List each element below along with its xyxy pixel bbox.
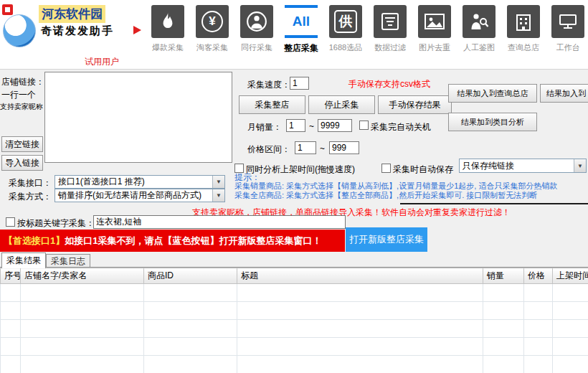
collect-store-button[interactable]: 采集整店 (239, 95, 305, 114)
table-cell (1, 320, 21, 338)
table-cell (524, 356, 553, 373)
analyze-listing-time-label: 同时分析上架时间(拖慢速度) (246, 164, 355, 176)
price-min-input[interactable] (295, 141, 316, 154)
table-cell (553, 302, 588, 320)
monthly-sales-label: 月销量： (247, 121, 282, 133)
import-links-button[interactable]: 导入链接 (1, 155, 43, 171)
toolbar-item-label: 人工鉴图 (463, 42, 495, 53)
toolbar-item-data-filter[interactable]: 数据过滤 (368, 5, 412, 55)
add-to-category-analysis-button[interactable]: 结果加到类目分析 (448, 113, 537, 131)
table-row (1, 284, 588, 302)
table-cell (553, 284, 588, 302)
results-table: 序号 店铺名字/卖家名 商品ID 标题 销量 价格 上架时间 (0, 268, 588, 373)
table-cell (553, 320, 588, 338)
toolbar-item-taoke-collect[interactable]: ¥ 淘客采集 (190, 5, 234, 55)
autosave-label: 采集时自动保存 (393, 164, 453, 176)
person-magnifier-icon (463, 5, 495, 38)
toolbar-item-label: 数据过滤 (374, 42, 406, 53)
tips-line-2: 采集全店商品: 采集方式选择【整店全部商品】,然后开始采集即可. 接口限制暂无法… (234, 190, 537, 201)
table-cell (237, 338, 483, 356)
chevron-down-icon: ▼ (574, 159, 586, 172)
sales-max-input[interactable] (318, 119, 352, 132)
table-cell (237, 356, 483, 373)
auto-shutdown-checkbox[interactable] (359, 121, 369, 130)
seller-nick-hint: 支持卖家昵称 (0, 102, 43, 112)
toolbar-item-workbench[interactable]: 工作台 (546, 5, 588, 55)
chevron-down-icon: ▼ (212, 189, 224, 202)
table-cell (144, 320, 237, 338)
table-cell (483, 302, 524, 320)
save-mode-dropdown[interactable]: 只保存纯链接 ▼ (459, 159, 587, 173)
interface-warning-banner: 【首选接口1】 如接口1采集不到，请点【蓝色按钮】打开新版整店采集窗口！ (0, 230, 345, 252)
speed-label: 采集速度： (247, 79, 290, 91)
toolbar-item-hot-collect[interactable]: 爆款采集 (146, 5, 190, 55)
table-cell (524, 320, 553, 338)
save-mode-value: 只保存纯链接 (460, 159, 574, 172)
price-max-input[interactable] (329, 141, 359, 154)
col-sales[interactable]: 销量 (483, 268, 524, 284)
toolbar-item-whole-store-collect[interactable]: All 整店采集 (279, 5, 323, 55)
table-row (1, 338, 588, 356)
title-keyword-checkbox[interactable] (6, 217, 15, 227)
tab-collect-results[interactable]: 采集结果 (1, 252, 46, 268)
toolbar-item-image-dedupe[interactable]: 图片去重 (412, 5, 457, 55)
table-cell (524, 302, 553, 320)
table-cell (144, 356, 237, 373)
add-to-next-button[interactable]: 结果加入到 (540, 84, 588, 103)
method-dropdown[interactable]: 销量排序(如无结果请用全部商品方式) ▼ (54, 189, 225, 202)
method-value: 销量排序(如无结果请用全部商品方式) (55, 189, 212, 202)
table-row (1, 356, 588, 373)
site-logo (3, 14, 36, 47)
table-cell (483, 320, 524, 338)
stop-collect-button[interactable]: 停止采集 (308, 95, 375, 114)
yen-icon: ¥ (196, 5, 229, 38)
toolbar-item-query-main-store[interactable]: 查询总店 (501, 5, 546, 55)
banner-text: 如接口1采集不到，请点【蓝色按钮】打开新版整店采集窗口！ (65, 235, 321, 247)
table-cell (21, 302, 144, 320)
toolbar-item-label: 1688选品 (329, 42, 362, 53)
speed-input[interactable] (290, 77, 309, 90)
clear-links-button[interactable]: 清空链接 (1, 136, 43, 152)
table-cell (21, 356, 144, 373)
tab-collect-log[interactable]: 采集日志 (46, 254, 90, 268)
manual-save-button[interactable]: 手动保存结果 (378, 95, 452, 114)
banner-prefix: 【首选接口1】 (4, 235, 65, 247)
all-glyph: All (293, 14, 310, 29)
table-cell (1, 302, 21, 320)
toolbar-item-label: 淘客采集 (196, 42, 228, 53)
one-per-line-hint: 一行一个 (1, 89, 36, 101)
open-new-collector-button[interactable]: 打开新版整店采集 (346, 227, 427, 252)
toolbar-item-label: 整店采集 (284, 42, 318, 55)
col-product-id[interactable]: 商品ID (144, 268, 237, 284)
table-cell (144, 338, 237, 356)
add-to-query-store-button[interactable]: 结果加入到查询总店 (448, 84, 537, 103)
col-title[interactable]: 标题 (237, 268, 483, 284)
site-watermark: 河东软件园 (39, 5, 105, 23)
title-keyword-input[interactable] (93, 215, 346, 229)
col-index[interactable]: 序号 (1, 268, 21, 284)
app-title: 奇诺发发助手 (41, 24, 114, 38)
brand-mark-icon (133, 26, 141, 34)
table-cell (1, 356, 21, 373)
table-cell (483, 338, 524, 356)
col-shop-name[interactable]: 店铺名字/卖家名 (21, 268, 144, 284)
api-dropdown[interactable]: 接口1(首选接口1 推荐) ▼ (54, 175, 225, 189)
col-listing-time[interactable]: 上架时间 (553, 268, 588, 284)
sales-min-input[interactable] (286, 119, 305, 132)
toolbar-items: 爆款采集 ¥ 淘客采集 同行采集 All 整店采集 (146, 5, 588, 55)
shop-links-textarea[interactable] (44, 72, 232, 163)
toolbar-item-1688-select[interactable]: 供 1688选品 (323, 5, 368, 55)
table-header-row: 序号 店铺名字/卖家名 商品ID 标题 销量 价格 上架时间 (1, 268, 588, 284)
col-price[interactable]: 价格 (524, 268, 553, 284)
table-cell (524, 338, 553, 356)
table-cell (524, 284, 553, 302)
autosave-checkbox[interactable] (381, 164, 391, 173)
auto-shutdown-label: 采集完自动关机 (371, 121, 431, 133)
method-label: 采集方式： (9, 191, 52, 203)
toolbar-item-manual-review[interactable]: 人工鉴图 (457, 5, 501, 55)
price-tilde: ~ (320, 143, 325, 154)
trial-user-badge: 试用用户 (85, 56, 119, 68)
table-cell (21, 338, 144, 356)
table-row (1, 320, 588, 338)
toolbar-item-peer-collect[interactable]: 同行采集 (234, 5, 279, 55)
